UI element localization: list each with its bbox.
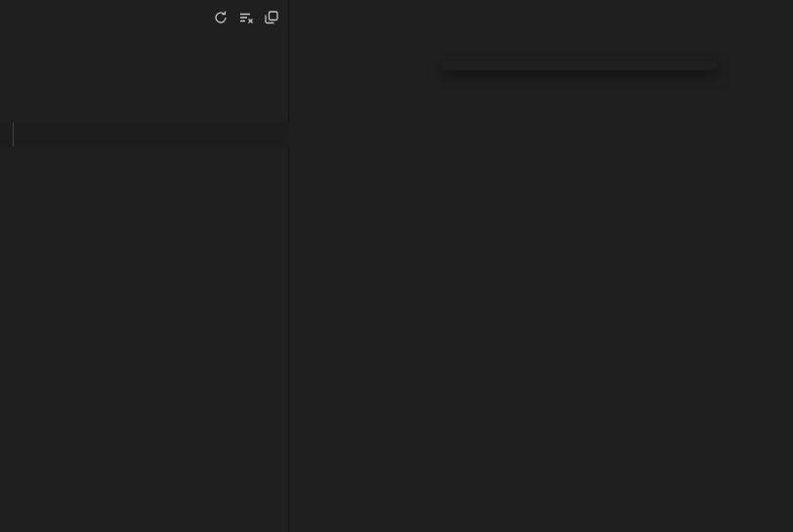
editor-group [290,0,793,532]
code-editor[interactable] [290,55,793,532]
reference-snippet [37,126,45,128]
vscode-window [0,0,793,532]
reference-item-selected[interactable] [0,123,289,147]
refresh-icon[interactable] [212,9,230,26]
references-panel-header [0,0,288,34]
tab-bar [290,0,793,31]
copy-all-icon[interactable] [263,9,280,26]
context-menu [441,61,717,70]
clear-all-icon[interactable] [237,9,255,26]
panel-actions [212,9,280,26]
indent-guide [13,123,14,147]
breadcrumb [290,31,793,55]
references-panel [0,0,289,532]
